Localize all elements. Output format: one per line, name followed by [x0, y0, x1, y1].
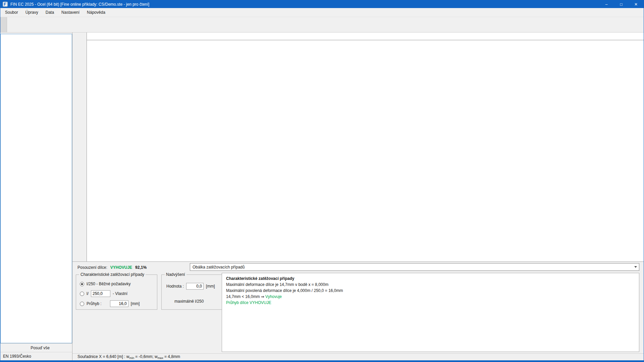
results-line-3: 14,7mm < 16,0mm ⇒ Vyhovuje — [226, 294, 635, 300]
drawing-column — [87, 33, 644, 261]
canvas-zone — [72, 33, 644, 261]
results-line-1: Maximální deformace dílce je 14,7mm v bo… — [226, 282, 635, 288]
radio-row-deflection: Průhyb : [mm] — [80, 300, 140, 307]
menu-upravy[interactable]: Úpravy — [22, 8, 42, 17]
project-tree — [0, 34, 72, 343]
chevron-down-icon — [634, 266, 637, 268]
combobox-caret[interactable] — [632, 263, 639, 270]
custom-ratio-input[interactable] — [91, 290, 110, 297]
results-title: Charakteristické zatěžovací případy — [226, 276, 635, 282]
check-all-grid-icon — [23, 345, 28, 350]
deflection-limit-unit: [mm] — [131, 301, 140, 306]
results-line-2: Maximální povolená deformace dílce je 4,… — [226, 288, 635, 294]
assessment-row: Posouzení dílce: VYHOVUJE 92,1% — [77, 265, 147, 270]
radio-custom-prefix: l/ — [87, 291, 89, 296]
main-area: Posuď vše EN 1993/Česko Posouzení dílce: — [0, 33, 644, 360]
results-box: Charakteristické zatěžovací případy Maxi… — [222, 273, 639, 352]
characteristic-cases-group: Charakteristické zatěžovací případy l/25… — [76, 275, 157, 310]
toolbar — [0, 17, 644, 33]
radio-custom[interactable] — [80, 292, 84, 296]
radio-deflection[interactable] — [80, 302, 84, 306]
deflection-diagram — [87, 40, 644, 261]
bottom-panel: Posouzení dílce: VYHOVUJE 92,1% Obálka z… — [72, 261, 644, 353]
assessment-label: Posouzení dílce: — [77, 265, 107, 270]
precamber-note: maximálně l/250 — [174, 299, 204, 304]
menu-soubor[interactable]: Soubor — [1, 8, 22, 17]
menu-data[interactable]: Data — [42, 8, 58, 17]
menubar: SouborÚpravyDataNastaveníNápověda — [0, 8, 644, 17]
load-case-combobox[interactable]: Obálka zatěžovacích případů — [190, 263, 639, 271]
precamber-value-row: Hodnota : [mm] — [166, 283, 215, 290]
horizontal-ruler — [87, 33, 644, 40]
group2-title: Nadvýšení — [165, 272, 186, 277]
precamber-group: Nadvýšení Hodnota : [mm] maximálně l/250 — [161, 275, 222, 310]
assessment-status: VYHOVUJE — [110, 265, 132, 270]
menu-napoveda[interactable]: Nápověda — [83, 8, 109, 17]
window-bottom-border — [0, 360, 644, 362]
canvas-toolbar — [72, 33, 87, 261]
results-line-3-verdict: Vyhovuje — [265, 294, 282, 299]
maximize-button[interactable]: □ — [615, 0, 627, 8]
radio-standard-label: l/250 - Běžné požadavky — [87, 282, 130, 286]
drawing-canvas[interactable] — [87, 40, 644, 261]
results-line-4: Průhyb dílce VYHOVUJE — [226, 300, 635, 306]
minimize-button[interactable]: – — [601, 0, 612, 8]
radio-custom-suffix: - Vlastní — [113, 291, 127, 296]
combobox-value: Obálka zatěžovacích případů — [193, 265, 245, 269]
toolbar-tab-soubor[interactable] — [0, 17, 7, 32]
deflection-limit-input[interactable] — [110, 300, 128, 307]
radio-row-custom: l/ - Vlastní — [80, 290, 127, 297]
workspace: Posouzení dílce: VYHOVUJE 92,1% Obálka z… — [72, 33, 644, 360]
window-title: FIN EC 2025 - Ocel (64 bit) [Fine online… — [10, 2, 595, 7]
application-window: FIN EC 2025 - Ocel (64 bit) [Fine online… — [0, 0, 644, 362]
precamber-value-input[interactable] — [186, 283, 204, 290]
close-button[interactable]: ✕ — [630, 0, 642, 8]
radio-deflection-label: Průhyb : — [87, 301, 102, 306]
precamber-value-unit: [mm] — [206, 284, 215, 289]
design-code-row: EN 1993/Česko — [0, 352, 72, 360]
precamber-note-row: maximálně l/250 — [174, 299, 204, 304]
left-panel: Posuď vše EN 1993/Česko — [0, 33, 72, 360]
radio-standard[interactable] — [80, 282, 84, 286]
group1-title: Charakteristické zatěžovací případy — [79, 272, 146, 277]
menu-nastaveni[interactable]: Nastavení — [58, 8, 83, 17]
window-controls: – □ ✕ — [597, 0, 644, 8]
check-all-label: Posuď vše — [31, 346, 50, 350]
titlebar: FIN EC 2025 - Ocel (64 bit) [Fine online… — [0, 0, 644, 8]
check-all-button[interactable]: Posuď vše — [0, 344, 72, 352]
app-icon — [3, 2, 8, 7]
design-code-label: EN 1993/Česko — [3, 354, 31, 359]
assessment-utilization: 92,1% — [135, 265, 147, 270]
precamber-value-label: Hodnota : — [166, 284, 184, 289]
statusbar: Souřadnice X = 6,640 [m] : wmin = -0,6mm… — [72, 353, 644, 360]
status-coordinates: Souřadnice X = 6,640 [m] : wmin = -0,6mm… — [77, 354, 180, 360]
radio-row-standard: l/250 - Běžné požadavky — [80, 282, 130, 286]
